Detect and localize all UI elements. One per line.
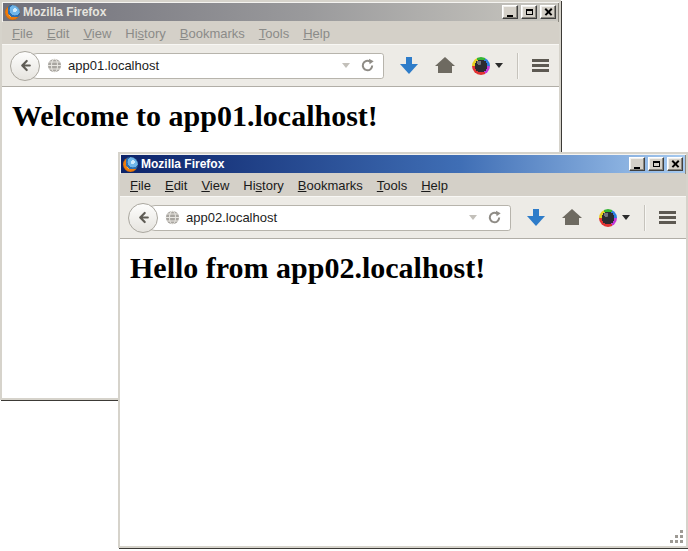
reload-icon: [487, 210, 502, 225]
reload-button[interactable]: [360, 58, 375, 73]
url-value[interactable]: app02.localhost: [186, 210, 463, 225]
url-bar[interactable]: app01.localhost: [24, 53, 384, 79]
maximize-button[interactable]: [521, 5, 537, 19]
app-menu-icon: [472, 57, 490, 75]
globe-icon: [47, 58, 62, 73]
toolbar-buttons: [527, 205, 676, 231]
home-button[interactable]: [562, 209, 582, 226]
titlebar[interactable]: Mozilla Firefox: [3, 3, 558, 21]
menu-file[interactable]: File: [5, 24, 40, 43]
menu-caret-icon: [622, 215, 630, 220]
menu-edit[interactable]: Edit: [40, 24, 76, 43]
back-icon: [18, 58, 33, 73]
menu-help[interactable]: Help: [414, 176, 455, 195]
menu-view[interactable]: View: [76, 24, 118, 43]
menu-view[interactable]: View: [194, 176, 236, 195]
reload-icon: [360, 58, 375, 73]
menu-bar: File Edit View History Bookmarks Tools H…: [2, 22, 559, 44]
home-button[interactable]: [435, 57, 455, 74]
page-heading: Welcome to app01.localhost!: [12, 99, 559, 133]
maximize-button[interactable]: [648, 157, 664, 171]
page-content: Hello from app02.localhost!: [120, 239, 686, 546]
menu-history[interactable]: History: [118, 24, 172, 43]
back-button[interactable]: [128, 203, 158, 233]
download-icon: [400, 57, 418, 74]
back-button[interactable]: [10, 51, 40, 81]
resize-grip[interactable]: [680, 540, 683, 543]
app-menu-icon: [599, 209, 617, 227]
hamburger-icon: [659, 211, 676, 224]
menu-caret-icon: [495, 63, 503, 68]
minimize-button[interactable]: [629, 157, 645, 171]
menu-file[interactable]: File: [123, 176, 158, 195]
maximize-icon: [526, 9, 533, 15]
home-icon: [562, 209, 582, 226]
minimize-icon: [507, 15, 513, 17]
menu-tools[interactable]: Tools: [370, 176, 414, 195]
menu-edit[interactable]: Edit: [158, 176, 194, 195]
reload-button[interactable]: [487, 210, 502, 225]
download-button[interactable]: [527, 209, 545, 226]
menu-help[interactable]: Help: [296, 24, 337, 43]
navigation-toolbar: app01.localhost: [2, 44, 559, 87]
download-button[interactable]: [400, 57, 418, 74]
window-title: Mozilla Firefox: [141, 157, 626, 171]
page-heading: Hello from app02.localhost!: [130, 251, 686, 285]
back-icon: [136, 210, 151, 225]
hamburger-menu-button[interactable]: [532, 59, 549, 72]
toolbar-separator: [517, 53, 518, 79]
browser-window-app02[interactable]: Mozilla Firefox File Edit View History B…: [118, 152, 688, 548]
toolbar-separator: [644, 205, 645, 231]
titlebar[interactable]: Mozilla Firefox: [121, 155, 685, 173]
url-bar[interactable]: app02.localhost: [142, 205, 511, 231]
urlbar-dropdown-icon[interactable]: [469, 215, 477, 220]
urlbar-dropdown-icon[interactable]: [342, 63, 350, 68]
firefox-logo-icon: [123, 157, 138, 172]
navigation-toolbar: app02.localhost: [120, 196, 686, 239]
app-menu-button[interactable]: [472, 57, 503, 75]
firefox-logo-icon: [5, 5, 20, 20]
window-title: Mozilla Firefox: [23, 5, 499, 19]
close-button[interactable]: [540, 5, 556, 19]
maximize-icon: [653, 161, 660, 167]
close-button[interactable]: [667, 157, 683, 171]
menu-bookmarks[interactable]: Bookmarks: [173, 24, 252, 43]
url-value[interactable]: app01.localhost: [68, 58, 336, 73]
hamburger-menu-button[interactable]: [659, 211, 676, 224]
menu-history[interactable]: History: [236, 176, 290, 195]
close-icon: [544, 8, 553, 17]
download-icon: [527, 209, 545, 226]
menu-bookmarks[interactable]: Bookmarks: [291, 176, 370, 195]
menu-bar: File Edit View History Bookmarks Tools H…: [120, 174, 686, 196]
minimize-button[interactable]: [502, 5, 518, 19]
hamburger-icon: [532, 59, 549, 72]
home-icon: [435, 57, 455, 74]
app-menu-button[interactable]: [599, 209, 630, 227]
menu-tools[interactable]: Tools: [252, 24, 296, 43]
minimize-icon: [634, 167, 640, 169]
globe-icon: [165, 210, 180, 225]
toolbar-buttons: [400, 53, 549, 79]
close-icon: [671, 160, 680, 169]
